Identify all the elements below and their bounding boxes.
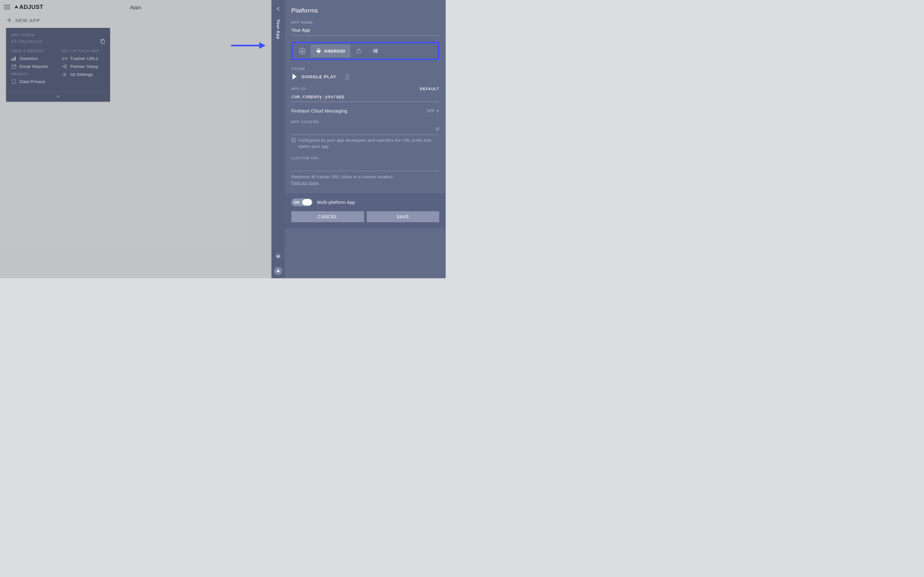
chevron-right-icon bbox=[437, 109, 439, 113]
app-store-icon bbox=[299, 47, 306, 55]
amazon-icon bbox=[343, 73, 351, 81]
svg-rect-15 bbox=[278, 258, 279, 259]
google-play-icon bbox=[291, 73, 298, 80]
svg-rect-3 bbox=[13, 58, 14, 61]
svg-rect-22 bbox=[318, 53, 318, 53]
data-privacy-link[interactable]: Data Privacy bbox=[11, 79, 54, 84]
app-scheme-label: APP SCHEME bbox=[291, 120, 439, 124]
statistics-link[interactable]: Statistics bbox=[11, 56, 54, 61]
app-id-default-badge: DEFAULT bbox=[420, 87, 439, 91]
all-settings-link[interactable]: All Settings bbox=[62, 72, 105, 77]
svg-point-25 bbox=[319, 49, 319, 50]
multi-platform-label: Multi-platform App bbox=[317, 200, 355, 205]
multi-platform-toggle[interactable]: ON bbox=[291, 198, 312, 206]
setup-heading: SET UP YOUR APP bbox=[62, 49, 105, 53]
share-icon bbox=[62, 64, 67, 69]
app-scheme-help: Configured by your app developers and sp… bbox=[298, 137, 439, 150]
collapse-panel-button[interactable] bbox=[271, 0, 285, 17]
windows-icon bbox=[373, 48, 378, 54]
app-scheme-input[interactable] bbox=[291, 126, 439, 135]
platforms-panel: Platforms APP NAME ANDROID STORE GOOGLE … bbox=[285, 0, 446, 278]
new-app-button[interactable]: NEW APP bbox=[6, 17, 40, 23]
svg-rect-20 bbox=[317, 50, 317, 52]
view-report-heading: VIEW & REPORT bbox=[11, 49, 54, 53]
toggle-state: ON bbox=[294, 200, 299, 204]
app-name-label: APP NAME bbox=[291, 21, 439, 24]
platform-tab-android[interactable]: ANDROID bbox=[310, 45, 351, 57]
app-card: APP TOKEN 5frfm3r62s1s VIEW & REPORT Sta… bbox=[6, 28, 110, 102]
svg-point-17 bbox=[278, 255, 279, 255]
svg-point-7 bbox=[63, 66, 64, 67]
panel-title: Platforms bbox=[291, 7, 439, 14]
svg-rect-21 bbox=[320, 50, 321, 52]
side-rail: Your App bbox=[271, 0, 285, 278]
svg-rect-23 bbox=[319, 53, 320, 53]
custom-url-help: Redirects all tracker URL clicks to a cu… bbox=[291, 174, 394, 179]
link-icon bbox=[62, 57, 67, 60]
brand-text: ADJUST bbox=[19, 4, 43, 11]
svg-rect-5 bbox=[12, 65, 16, 69]
copy-icon[interactable] bbox=[100, 39, 105, 44]
find-out-more-link[interactable]: Find out more bbox=[291, 181, 318, 185]
app-id-input[interactable] bbox=[291, 93, 439, 102]
svg-rect-4 bbox=[15, 57, 16, 61]
app-token-value: 5frfm3r62s1s bbox=[11, 39, 43, 44]
app-id-label: APP ID bbox=[291, 87, 305, 91]
chevron-down-icon bbox=[56, 95, 60, 98]
partner-setup-link[interactable]: Partner Setup bbox=[62, 64, 105, 69]
firebase-label: Firebase Cloud Messaging bbox=[291, 108, 347, 113]
android-icon bbox=[316, 48, 321, 54]
custom-url-input[interactable] bbox=[291, 162, 439, 171]
svg-rect-11 bbox=[277, 255, 280, 258]
svg-point-27 bbox=[293, 139, 294, 139]
save-button[interactable]: SAVE bbox=[367, 211, 439, 222]
platform-tabs: ANDROID bbox=[291, 42, 439, 60]
svg-point-9 bbox=[64, 74, 65, 75]
svg-point-16 bbox=[278, 255, 278, 255]
svg-point-8 bbox=[65, 67, 66, 69]
shield-icon bbox=[11, 79, 16, 84]
menu-icon[interactable] bbox=[0, 0, 14, 14]
svg-rect-1 bbox=[102, 40, 105, 44]
expand-card-button[interactable] bbox=[6, 91, 110, 102]
platform-tab-windows-store[interactable] bbox=[351, 45, 367, 57]
svg-rect-14 bbox=[277, 258, 278, 259]
svg-point-24 bbox=[318, 49, 318, 50]
shopping-bag-icon bbox=[356, 48, 362, 54]
rail-tab-your-app[interactable]: Your App bbox=[276, 19, 281, 39]
custom-url-label: CUSTOM URL bbox=[291, 156, 439, 160]
firebase-state: OFF bbox=[427, 109, 435, 113]
app-name-input[interactable] bbox=[291, 26, 439, 35]
new-app-label: NEW APP bbox=[15, 18, 40, 23]
plus-icon bbox=[6, 17, 12, 23]
platform-tab-android-label: ANDROID bbox=[324, 49, 345, 53]
cancel-button[interactable]: CANCEL bbox=[291, 211, 364, 222]
svg-rect-13 bbox=[280, 255, 280, 257]
gear-icon bbox=[62, 73, 67, 77]
annotation-arrow-icon bbox=[231, 42, 266, 49]
store-label: STORE bbox=[291, 67, 439, 71]
brand-logo: ADJUST bbox=[14, 4, 43, 11]
calendar-icon bbox=[11, 64, 16, 69]
bar-chart-icon bbox=[11, 57, 16, 61]
svg-rect-12 bbox=[276, 255, 276, 257]
svg-rect-2 bbox=[11, 59, 13, 61]
page-title: Apps bbox=[130, 5, 141, 10]
svg-rect-28 bbox=[293, 140, 294, 141]
privacy-heading: PRIVACY bbox=[11, 72, 54, 76]
platform-tab-ios[interactable] bbox=[294, 45, 310, 57]
tracker-urls-link[interactable]: Tracker URLs bbox=[62, 56, 105, 61]
info-icon bbox=[291, 138, 296, 142]
app-token-label: APP TOKEN bbox=[11, 33, 105, 37]
chevron-left-icon bbox=[276, 7, 280, 11]
adjust-rail-icon[interactable] bbox=[274, 267, 282, 275]
firebase-row[interactable]: Firebase Cloud Messaging OFF bbox=[291, 108, 439, 113]
platform-tab-windows[interactable] bbox=[367, 45, 384, 57]
store-google-play[interactable]: GOOGLE PLAY bbox=[291, 73, 336, 80]
android-rail-icon[interactable] bbox=[274, 252, 282, 260]
store-google-play-label: GOOGLE PLAY bbox=[302, 74, 336, 79]
email-reports-link[interactable]: Email Reports bbox=[11, 64, 54, 69]
svg-rect-19 bbox=[317, 50, 320, 53]
store-amazon[interactable] bbox=[343, 73, 351, 81]
svg-point-6 bbox=[65, 65, 66, 66]
